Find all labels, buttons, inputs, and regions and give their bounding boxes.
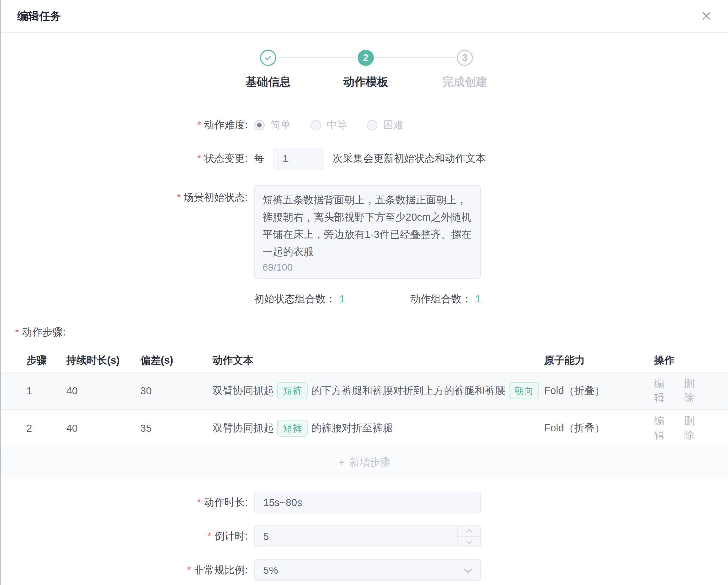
difficulty-row: *动作难度: 简单中等困难	[1, 117, 728, 133]
stepper-connector	[375, 57, 456, 58]
duration-input[interactable]	[254, 492, 481, 513]
delete-button[interactable]: 删除	[684, 377, 703, 405]
step-2-label: 动作模板	[320, 74, 412, 90]
difficulty-radio-2[interactable]: 中等	[310, 118, 347, 132]
table-row: 24035双臂协同抓起短裤的裤腰对折至裤腿Fold（折叠）编辑删除	[1, 410, 728, 447]
radio-circle-icon	[367, 120, 377, 130]
countdown-input[interactable]	[254, 525, 481, 547]
action-text: 双臂协同抓起	[212, 421, 274, 435]
countdown-row: *倒计时:	[1, 525, 728, 547]
state-change-label: *状态变更:	[1, 152, 248, 166]
plus-icon: +	[339, 457, 345, 468]
unusual-ratio-select[interactable]: 5%	[254, 559, 481, 581]
dialog-title: 编辑任务	[17, 9, 61, 24]
cell-operations: 编辑删除	[654, 414, 714, 442]
cell-step: 1	[26, 385, 66, 397]
difficulty-radio-group: 简单中等困难	[254, 118, 423, 132]
initial-state-textarea-wrap: 短裤五条数据背面朝上，五条数据正面朝上，裤腰朝右，离头部视野下方至少20cm之外…	[254, 185, 481, 280]
unusual-ratio-row: *非常规比例: 5%	[1, 559, 728, 581]
table-row: 14030双臂协同抓起短裤的下方裤腿和裤腰对折到上方的裤腿和裤腰朝向Fold（折…	[1, 372, 728, 410]
duration-label: *动作时长:	[1, 495, 248, 510]
initial-combo-count: 初始状态组合数：1	[254, 292, 345, 306]
required-mark: *	[197, 153, 201, 164]
header-step: 步骤	[26, 353, 66, 368]
step-1-circle	[260, 50, 276, 66]
table-body: 14030双臂协同抓起短裤的下方裤腿和裤腰对折到上方的裤腿和裤腰朝向Fold（折…	[1, 372, 728, 447]
action-steps-section-label: * 动作步骤:	[1, 325, 728, 340]
object-tag: 短裤	[277, 382, 308, 399]
edit-button[interactable]: 编辑	[654, 414, 673, 442]
radio-circle-icon	[254, 120, 265, 130]
difficulty-radio-3[interactable]: 困难	[367, 118, 403, 132]
action-text: 的裤腰对折至裤腿	[311, 421, 393, 435]
edit-button[interactable]: 编辑	[654, 377, 673, 405]
header-action-text: 动作文本	[212, 353, 544, 368]
edit-task-dialog: 编辑任务 ✕ 基础信息2动作模板3完成创建 *动作难度: 简单中等困难 *状态变…	[0, 0, 728, 585]
cell-duration: 40	[66, 423, 140, 434]
initial-state-row: *场景初始状态: 短裤五条数据背面朝上，五条数据正面朝上，裤腰朝右，离头部视野下…	[1, 185, 728, 280]
action-steps-table: 步骤 持续时长(s) 偏差(s) 动作文本 原子能力 操作 14030双臂协同抓…	[1, 349, 728, 478]
state-change-prefix: 每	[254, 152, 264, 166]
required-mark: *	[208, 530, 211, 542]
state-change-input[interactable]	[273, 148, 323, 170]
stepper-connector	[277, 57, 357, 58]
header-ability: 原子能力	[544, 353, 654, 368]
state-change-row: *状态变更: 每 次采集会更新初始状态和动作文本	[1, 148, 728, 170]
action-combo-value: 1	[475, 293, 481, 304]
chevron-up-icon	[466, 529, 472, 535]
header-deviation: 偏差(s)	[140, 353, 212, 368]
number-stepper	[457, 526, 480, 547]
radio-label: 中等	[327, 118, 347, 132]
cell-ability: Fold（折叠）	[544, 384, 654, 398]
duration-input-wrap	[254, 492, 481, 513]
step-1-label: 基础信息	[222, 74, 314, 90]
check-icon	[264, 53, 273, 62]
chevron-down-icon	[464, 565, 472, 573]
step-3-circle: 3	[457, 50, 473, 66]
cell-duration: 40	[66, 385, 140, 397]
cell-ability: Fold（折叠）	[544, 421, 654, 435]
stepper-decrease-button[interactable]	[458, 537, 480, 547]
unusual-ratio-value: 5%	[263, 565, 278, 576]
action-combo-count: 动作组合数：1	[411, 292, 481, 306]
difficulty-radio-1[interactable]: 简单	[254, 118, 291, 132]
cell-action-text: 双臂协同抓起短裤的下方裤腿和裤腰对折到上方的裤腿和裤腰朝向	[212, 382, 544, 399]
action-text: 的下方裤腿和裤腰对折到上方的裤腿和裤腰	[311, 384, 505, 398]
required-mark: *	[15, 327, 19, 338]
step-number: 2	[363, 53, 368, 63]
required-mark: *	[187, 564, 191, 575]
cell-operations: 编辑删除	[654, 377, 714, 405]
cell-step: 2	[26, 423, 66, 434]
cell-action-text: 双臂协同抓起短裤的裤腰对折至裤腿	[212, 420, 544, 437]
close-icon[interactable]: ✕	[701, 10, 712, 23]
stepper: 基础信息2动作模板3完成创建	[1, 41, 728, 98]
required-mark: *	[177, 192, 181, 203]
chevron-down-icon	[466, 537, 472, 544]
state-change-suffix: 次采集会更新初始状态和动作文本	[333, 152, 486, 166]
step-number: 3	[462, 53, 467, 63]
header-duration: 持续时长(s)	[66, 353, 140, 368]
duration-row: *动作时长:	[1, 492, 728, 513]
cell-deviation: 30	[140, 385, 212, 397]
object-tag: 短裤	[277, 420, 308, 437]
initial-state-label: *场景初始状态:	[1, 185, 248, 205]
unusual-ratio-label: *非常规比例:	[1, 563, 248, 577]
stepper-increase-button[interactable]	[458, 526, 480, 537]
required-mark: *	[197, 119, 201, 130]
header-operations: 操作	[654, 353, 714, 368]
action-text: 双臂协同抓起	[212, 384, 274, 398]
countdown-input-wrap	[254, 525, 481, 547]
delete-button[interactable]: 删除	[684, 414, 703, 442]
step-3-label: 完成创建	[419, 74, 511, 90]
add-step-button[interactable]: + 新增步骤	[1, 447, 728, 478]
object-tag: 朝向	[509, 382, 539, 399]
initial-combo-value: 1	[339, 293, 345, 304]
table-header-row: 步骤 持续时长(s) 偏差(s) 动作文本 原子能力 操作	[1, 349, 728, 372]
difficulty-label: *动作难度:	[1, 118, 248, 132]
countdown-label: *倒计时:	[1, 529, 248, 543]
radio-label: 困难	[383, 118, 403, 132]
step-2-circle: 2	[358, 50, 374, 66]
cell-deviation: 35	[140, 423, 212, 434]
radio-circle-icon	[310, 120, 321, 130]
radio-label: 简单	[270, 118, 291, 132]
